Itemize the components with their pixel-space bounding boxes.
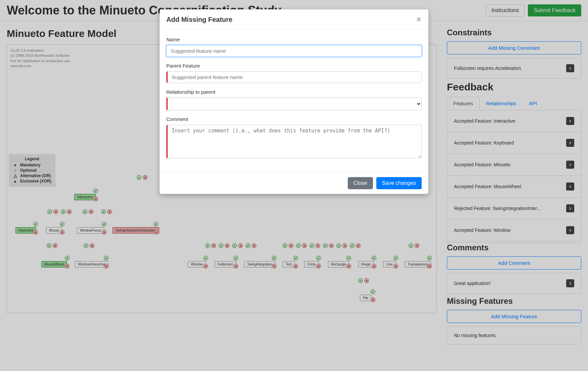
add-missing-feature-modal: Add Missing Feature ✕ Name Parent Featur… [160,9,428,194]
comment-label: Comment [166,116,422,122]
parent-label: Parent Feature [166,63,422,69]
modal-backdrop[interactable]: Add Missing Feature ✕ Name Parent Featur… [0,0,588,371]
comment-textarea[interactable] [166,125,422,158]
save-changes-button[interactable]: Save changes [376,177,422,189]
close-icon[interactable]: ✕ [416,15,422,24]
relationship-select[interactable] [166,97,422,110]
name-label: Name [166,37,422,42]
relationship-label: Relationship to parent [166,89,422,95]
modal-title: Add Missing Feature [166,16,233,24]
parent-input[interactable] [166,71,422,83]
close-button[interactable]: Close [348,177,373,189]
name-input[interactable] [166,45,422,57]
